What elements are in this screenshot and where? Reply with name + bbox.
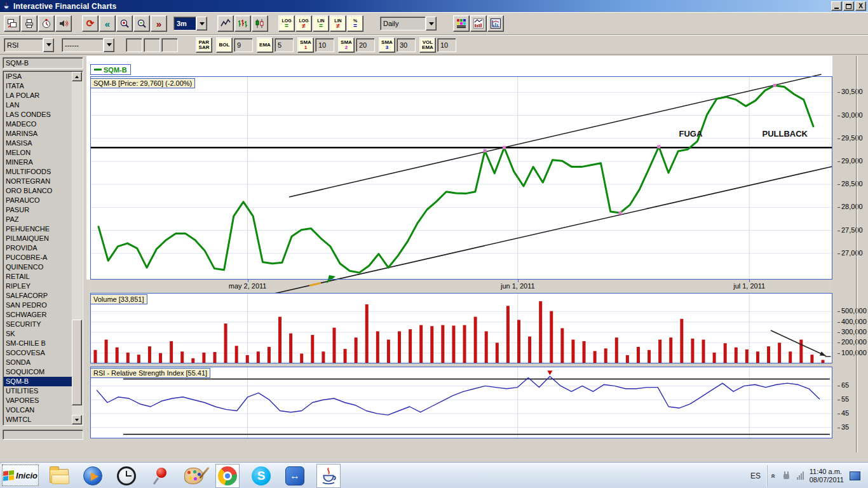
list-item[interactable]: LA POLAR [4,91,72,100]
ema-period-field[interactable]: 5 [275,38,294,52]
bol-button[interactable]: BOL [216,37,233,53]
taskbar-item-paint[interactable] [182,464,206,488]
maximize-button[interactable] [843,1,854,11]
list-item[interactable]: SECURITY [4,320,72,329]
close-button[interactable]: X [855,1,866,11]
minimize-button[interactable] [831,1,842,11]
sound-button[interactable] [55,15,72,32]
list-item[interactable]: RETAIL [4,272,72,281]
range-value[interactable]: 3m [173,17,196,30]
sma-1-period-field[interactable]: 10 [315,38,334,52]
interval-combo[interactable]: Daily [380,17,437,30]
compare-combo-arrow[interactable] [104,38,114,52]
list-item[interactable]: SOCOVESA [4,348,72,358]
indicator-value[interactable]: RSI [4,38,43,52]
scale-button-log-neq[interactable]: LOG≠ [295,15,312,32]
list-scrollbar[interactable] [72,72,82,424]
power-plug-icon[interactable] [782,471,791,480]
colors-button[interactable] [453,15,470,32]
timer-button[interactable] [38,15,55,32]
compare-combo[interactable]: ------ [62,38,114,52]
volume-chart-svg[interactable] [90,293,832,363]
list-item[interactable]: MELON [4,148,72,158]
bol-period-field[interactable]: 9 [234,38,253,52]
sma-2-button[interactable]: SMA2 [338,37,355,53]
list-item[interactable]: VOLCAN [4,405,72,415]
candlestick-chart-button[interactable] [252,15,268,32]
price-chart-svg[interactable]: FUGAPULLBACK [90,76,832,296]
list-item[interactable]: UTILITIES [4,386,72,396]
scroll-right-button[interactable]: » [151,15,167,32]
new-window-button[interactable] [4,15,20,32]
ema-button[interactable]: EMA [257,37,273,53]
list-item[interactable]: MULTIFOODS [4,167,72,177]
symbol-input[interactable]: SQM-B [3,57,83,69]
zoom-out-button[interactable] [133,15,150,32]
compare-value[interactable]: ------ [62,38,104,52]
refresh-button[interactable]: ⟳ [82,15,98,32]
language-indicator[interactable]: ES [750,471,761,480]
list-item[interactable]: IPSA [4,72,72,81]
zoom-in-button[interactable] [116,15,133,32]
scale-button-log-eq[interactable]: LOG= [278,15,295,32]
taskbar-item-teamviewer[interactable]: ↔ [283,464,307,488]
scale-button-lin-eq[interactable]: LIN= [313,15,329,32]
list-item[interactable]: SALFACORP [4,291,72,301]
list-item[interactable]: PAZ [4,215,72,224]
sma-1-button[interactable]: SMA1 [297,37,314,53]
empty-field-2[interactable] [144,38,160,52]
list-item[interactable]: MARINSA [4,129,72,139]
sma-2-period-field[interactable]: 20 [356,38,375,52]
taskbar-item-java[interactable] [316,464,341,488]
list-item[interactable]: SAN PEDRO [4,301,72,310]
list-item[interactable]: MASISA [4,139,72,148]
list-item[interactable]: QUINENCO [4,262,72,272]
tray-clock[interactable]: 11:40 a.m. 08/07/2011 [810,468,844,484]
par-sar-button[interactable]: PARSAR [196,37,212,53]
range-combo[interactable]: 3m [173,17,207,30]
price-volume-view-button[interactable] [470,15,487,32]
scale-button-lin-neq[interactable]: LIN≠ [330,15,346,32]
list-item[interactable]: LAS CONDES [4,110,72,119]
show-desktop-icon[interactable] [850,471,860,480]
list-item[interactable]: PUCOBRE-A [4,253,72,262]
vol-ema-button[interactable]: VOLEMA [419,37,436,53]
scroll-down-button[interactable] [72,415,82,424]
list-item[interactable]: MADECO [4,119,72,129]
vol-ema-period-field[interactable]: 10 [437,38,456,52]
start-button[interactable]: Inicio [2,464,39,486]
taskbar-item-skype[interactable]: S [249,464,273,488]
taskbar-item-clock[interactable] [114,464,139,488]
interval-value[interactable]: Daily [380,17,426,30]
taskbar-item-chrome[interactable] [215,464,240,488]
list-item[interactable]: SM-CHILE B [4,339,72,348]
list-item[interactable]: PILMAIQUEN [4,234,72,243]
sma-3-period-field[interactable]: 30 [397,38,416,52]
ohlc-chart-button[interactable] [234,15,251,32]
list-item[interactable]: PEHUENCHE [4,224,72,234]
list-item[interactable]: SCHWAGER [4,310,72,320]
indicator-combo-arrow[interactable] [43,38,54,52]
network-signal-icon[interactable] [797,471,804,480]
list-item[interactable]: ITATA [4,81,72,91]
list-item[interactable]: PASUR [4,205,72,215]
chevron-up-icon[interactable]: « [769,473,778,478]
scale-button-%-eq[interactable]: %= [347,15,363,32]
taskbar-item-media-player[interactable] [81,464,105,488]
list-item[interactable]: LAN [4,100,72,110]
list-item[interactable]: SOQUICOM [4,367,72,377]
list-item[interactable]: SQM-B [4,377,72,386]
list-item[interactable]: MINERA [4,158,72,167]
sma-3-button[interactable]: SMA3 [379,37,395,53]
range-combo-arrow[interactable] [196,17,207,30]
list-item[interactable]: VAPORES [4,396,72,405]
scroll-left-button[interactable]: « [99,15,116,32]
scroll-up-button[interactable] [72,72,82,81]
taskbar-item-explorer[interactable] [47,464,71,488]
list-item[interactable]: ORO BLANCO [4,186,72,196]
empty-field-1[interactable] [126,38,142,52]
list-item[interactable]: RIPLEY [4,281,72,291]
list-item[interactable]: PARAUCO [4,196,72,205]
list-item[interactable]: NORTEGRAN [4,177,72,186]
indicator-panel-button[interactable] [487,15,504,32]
